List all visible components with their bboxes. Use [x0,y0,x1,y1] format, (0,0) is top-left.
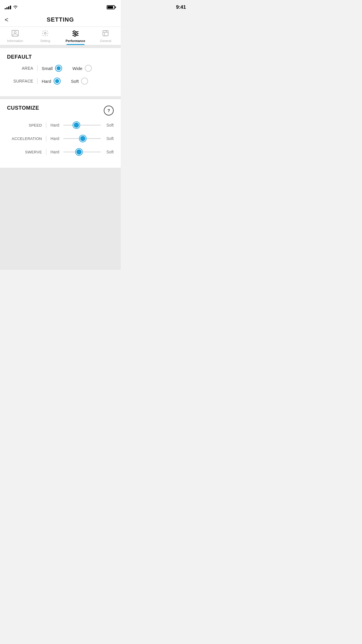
swerve-hard-label: Hard [50,150,61,154]
tab-general-label: General [100,39,111,43]
svg-point-7 [75,33,78,35]
swerve-label: SWERVE [7,150,42,154]
tab-information[interactable]: Information [0,27,30,45]
swerve-slider[interactable] [63,148,101,155]
area-wide-option[interactable]: Wide [73,65,92,72]
tab-information-label: Information [7,39,23,43]
area-small-radio[interactable] [55,65,62,72]
status-left [5,5,18,10]
gray-bottom-area [0,168,121,270]
page-title: SETTING [47,16,74,23]
area-divider [37,65,38,71]
area-wide-radio[interactable] [85,65,92,72]
section-divider-top [0,45,121,48]
performance-icon [72,30,79,38]
acceleration-slider[interactable] [63,135,101,142]
svg-rect-9 [103,31,108,36]
surface-soft-option[interactable]: Soft [71,78,88,85]
default-section: DEFAULT AREA Small Wide SURFACE Hard Sof… [0,48,121,96]
acceleration-slider-row: ACCELERATION Hard Soft [7,135,114,142]
surface-hard-label: Hard [42,79,51,84]
acceleration-hard-label: Hard [50,136,61,141]
surface-soft-radio[interactable] [81,78,88,85]
customize-section: CUSTOMIZE ? SPEED Hard Soft ACCELERATION… [0,99,121,168]
setting-icon [41,30,49,38]
swerve-slider-row: SWERVE Hard Soft [7,148,114,155]
area-small-option[interactable]: Small [42,65,62,72]
svg-point-8 [74,34,76,36]
svg-point-6 [73,31,75,33]
area-wide-label: Wide [73,66,82,71]
svg-point-1 [14,32,16,34]
general-icon [102,30,109,38]
help-button[interactable]: ? [104,106,114,116]
area-label: AREA [7,66,33,71]
surface-hard-radio[interactable] [54,78,61,85]
surface-soft-label: Soft [71,79,79,84]
speed-slider[interactable] [63,122,101,129]
tab-bar: Information Setting Performance [0,27,121,45]
swerve-soft-label: Soft [103,150,114,154]
surface-label: SURFACE [7,79,33,83]
speed-soft-label: Soft [103,123,114,127]
tab-setting[interactable]: Setting [30,27,61,45]
speed-label: SPEED [7,123,42,127]
tab-general[interactable]: General [91,27,121,45]
surface-divider [37,78,38,84]
surface-hard-option[interactable]: Hard [42,78,61,85]
speed-divider [46,122,46,128]
area-small-label: Small [42,66,53,71]
tab-performance[interactable]: Performance [60,27,91,45]
speed-hard-label: Hard [50,123,61,127]
header: < SETTING [0,13,121,27]
default-title: DEFAULT [7,54,114,60]
tab-setting-label: Setting [40,39,50,43]
customize-title: CUSTOMIZE [7,105,39,111]
section-divider-mid [0,96,121,99]
svg-point-2 [44,32,46,34]
speed-slider-row: SPEED Hard Soft [7,122,114,129]
tab-performance-label: Performance [66,39,85,43]
signal-icon [5,6,11,9]
area-radio-group: Small Wide [42,65,114,72]
acceleration-divider [46,136,46,141]
surface-radio-group: Hard Soft [42,78,114,85]
customize-header: CUSTOMIZE ? [7,105,114,116]
swerve-divider [46,149,46,155]
information-icon [11,30,19,38]
surface-row: SURFACE Hard Soft [7,78,114,86]
acceleration-label: ACCELERATION [7,136,42,141]
wifi-icon [13,5,18,10]
back-button[interactable]: < [5,16,8,24]
battery-icon [107,5,116,9]
acceleration-soft-label: Soft [103,136,114,141]
status-bar: 9:41 [0,0,121,13]
area-row: AREA Small Wide [7,65,114,73]
